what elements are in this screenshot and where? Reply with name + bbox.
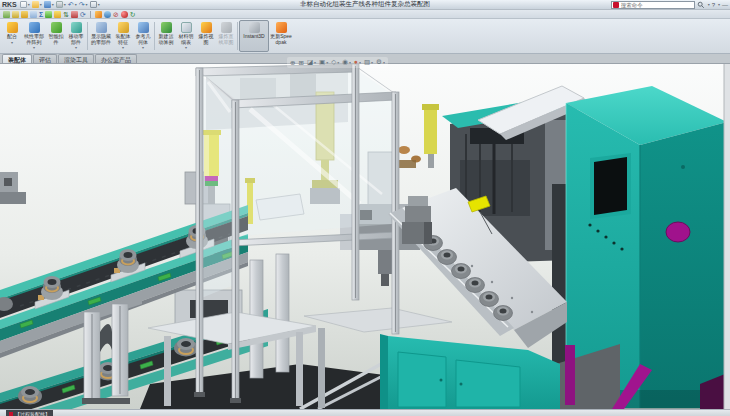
no-entry-icon[interactable]: ⊘ bbox=[113, 11, 119, 18]
chevron-down-icon: ▾ bbox=[75, 2, 77, 7]
reference-geometry-icon bbox=[138, 22, 149, 33]
open-icon bbox=[32, 1, 39, 8]
chevron-down-icon: ▾ bbox=[11, 40, 13, 45]
chevron-down-icon[interactable]: ▾ bbox=[708, 2, 710, 7]
ribbon-button-exploded-view[interactable]: 爆炸视图 bbox=[196, 20, 216, 52]
status-doc-icon bbox=[9, 412, 13, 416]
apply-scene-icon[interactable]: ▨▾ bbox=[364, 58, 373, 67]
ribbon-separator bbox=[87, 22, 88, 50]
mass-properties-icon[interactable] bbox=[54, 11, 61, 18]
print-icon bbox=[56, 1, 63, 8]
tab-render-tools[interactable]: 渲染工具 bbox=[58, 54, 94, 63]
ribbon-button-bill-of-materials[interactable]: 材料明细表▾ bbox=[176, 20, 196, 52]
tools-icon[interactable] bbox=[71, 11, 78, 18]
bill-of-materials-icon bbox=[181, 22, 192, 33]
solidworks-window: RKS ▾ ▾ ▾ ▾ ↶▾ ↷▾ ▾ 非标自动化组装生产线各种组件复杂总装配图… bbox=[0, 0, 730, 416]
status-label: 【过程装配线】 bbox=[6, 410, 53, 416]
new-motion-study-icon bbox=[161, 22, 172, 33]
ribbon-button-assembly-features[interactable]: 装配体特征▾ bbox=[113, 20, 133, 52]
exploded-view-icon bbox=[201, 22, 212, 33]
edit-appearance-icon[interactable]: ●▾ bbox=[354, 58, 361, 67]
equations-sigma-icon[interactable]: Σ bbox=[39, 11, 43, 18]
tab-office-products[interactable]: 办公室产品 bbox=[95, 54, 137, 63]
ribbon-button-linear-pattern[interactable]: 线性零部件阵列▾ bbox=[22, 20, 46, 52]
new-document-button[interactable]: ▾ bbox=[20, 1, 30, 8]
view-orientation-icon[interactable]: ▣▾ bbox=[319, 58, 328, 67]
measure-icon[interactable] bbox=[45, 11, 52, 18]
toolbar-separator bbox=[90, 11, 91, 18]
pattern-diamond-icon[interactable] bbox=[95, 11, 102, 18]
chevron-down-icon: ▾ bbox=[98, 2, 100, 7]
globe-icon[interactable] bbox=[104, 11, 111, 18]
chevron-down-icon: ▾ bbox=[75, 45, 77, 50]
ribbon-separator bbox=[154, 22, 155, 50]
title-bar: RKS ▾ ▾ ▾ ▾ ↶▾ ↷▾ ▾ 非标自动化组装生产线各种组件复杂总装配图… bbox=[0, 0, 730, 10]
ribbon-button-new-motion-study[interactable]: 新建运动算例 bbox=[156, 20, 176, 52]
view-grid-icon[interactable] bbox=[3, 11, 10, 18]
minimize-button[interactable]: — bbox=[722, 2, 728, 8]
chevron-down-icon: ▾ bbox=[64, 2, 66, 7]
open-button[interactable]: ▾ bbox=[32, 1, 42, 8]
chevron-down-icon: ▾ bbox=[185, 45, 187, 50]
chevron-down-icon[interactable]: ▾ bbox=[718, 2, 720, 7]
display-style-icon[interactable]: ◇▾ bbox=[331, 58, 339, 67]
updown-arrows-icon[interactable]: ⇅ bbox=[63, 11, 69, 18]
chevron-down-icon: ▾ bbox=[28, 2, 30, 7]
assembly-toolbar: Σ ⇅ ⟳ ⊘ ↻ bbox=[0, 10, 730, 19]
move-component-icon bbox=[71, 22, 82, 33]
ribbon-separator bbox=[237, 22, 238, 50]
ribbon-button-smart-fasteners[interactable]: 智能扣件 bbox=[46, 20, 66, 52]
print-button[interactable]: ▾ bbox=[56, 1, 66, 8]
new-document-icon bbox=[20, 1, 27, 8]
ribbon-button-update-speedpak[interactable]: 更新Speedpak bbox=[269, 20, 293, 52]
ribbon-button-reference-geometry[interactable]: 参考几何体▾ bbox=[133, 20, 153, 52]
status-bar: 【过程装配线】 bbox=[0, 409, 730, 416]
solidworks-badge-icon bbox=[613, 2, 619, 8]
ribbon-button-mate[interactable]: 配合▾ bbox=[2, 20, 22, 52]
chevron-down-icon: ▾ bbox=[122, 45, 124, 50]
clock-icon[interactable] bbox=[12, 11, 19, 18]
select-icon bbox=[90, 1, 97, 8]
show-hidden-components-icon bbox=[96, 22, 107, 33]
undo-button[interactable]: ↶▾ bbox=[68, 1, 77, 8]
linear-pattern-icon bbox=[29, 22, 40, 33]
refresh-icon[interactable]: ↻ bbox=[130, 11, 136, 18]
save-button[interactable]: ▾ bbox=[44, 1, 54, 8]
redo-button[interactable]: ↷▾ bbox=[79, 1, 88, 8]
heads-up-view-toolbar: ⊕ ⊞ ◪▾ ▣▾ ◇▾ ◉▾ ●▾ ▨▾ ⚙▾ bbox=[287, 57, 388, 68]
undo-icon: ↶ bbox=[68, 1, 74, 8]
instant3d-icon bbox=[249, 22, 260, 33]
ribbon-button-move-component[interactable]: 移动零部件▾ bbox=[66, 20, 86, 52]
update-speedpak-icon bbox=[276, 22, 287, 33]
task-pane-strip[interactable] bbox=[724, 64, 730, 409]
explode-line-sketch-icon bbox=[221, 22, 232, 33]
view-settings-icon[interactable]: ⚙▾ bbox=[376, 58, 385, 67]
command-manager-ribbon: 配合▾ 线性零部件阵列▾ 智能扣件 移动零部件▾ 显示隐藏的零部件 装配体特征▾… bbox=[0, 19, 730, 54]
solidworks-logo: RKS bbox=[2, 1, 17, 8]
assembly-features-icon bbox=[118, 22, 129, 33]
magenta-port bbox=[666, 222, 690, 242]
search-icon[interactable] bbox=[697, 1, 705, 9]
rotate-icon[interactable]: ⟳ bbox=[80, 11, 86, 18]
save-icon bbox=[44, 1, 51, 8]
select-button[interactable]: ▾ bbox=[90, 1, 100, 8]
assembly-3d-model[interactable] bbox=[0, 64, 730, 409]
window-icon[interactable] bbox=[30, 11, 37, 18]
search-input[interactable] bbox=[621, 1, 693, 8]
redo-icon: ↷ bbox=[79, 1, 85, 8]
help-button[interactable]: ? bbox=[712, 2, 715, 8]
zoom-area-icon[interactable]: ⊞ bbox=[298, 59, 303, 67]
ribbon-button-instant3d[interactable]: Instant3D bbox=[239, 20, 269, 52]
section-view-icon[interactable]: ◪▾ bbox=[307, 58, 316, 67]
tab-assembly[interactable]: 装配体 bbox=[2, 54, 32, 63]
hide-show-items-icon[interactable]: ◉▾ bbox=[342, 58, 351, 67]
zoom-fit-icon[interactable]: ⊕ bbox=[290, 59, 295, 67]
tab-evaluate[interactable]: 评估 bbox=[33, 54, 57, 63]
appearance-ball-icon[interactable] bbox=[121, 11, 128, 18]
save-table-icon[interactable] bbox=[21, 11, 28, 18]
chevron-down-icon: ▾ bbox=[142, 45, 144, 50]
ribbon-button-show-hidden-components[interactable]: 显示隐藏的零部件 bbox=[89, 20, 113, 52]
ribbon-button-explode-line-sketch[interactable]: 爆炸直线草图 bbox=[216, 20, 236, 52]
search-box[interactable] bbox=[611, 1, 695, 9]
graphics-viewport[interactable]: ⊕ ⊞ ◪▾ ▣▾ ◇▾ ◉▾ ●▾ ▨▾ ⚙▾ bbox=[0, 64, 730, 409]
